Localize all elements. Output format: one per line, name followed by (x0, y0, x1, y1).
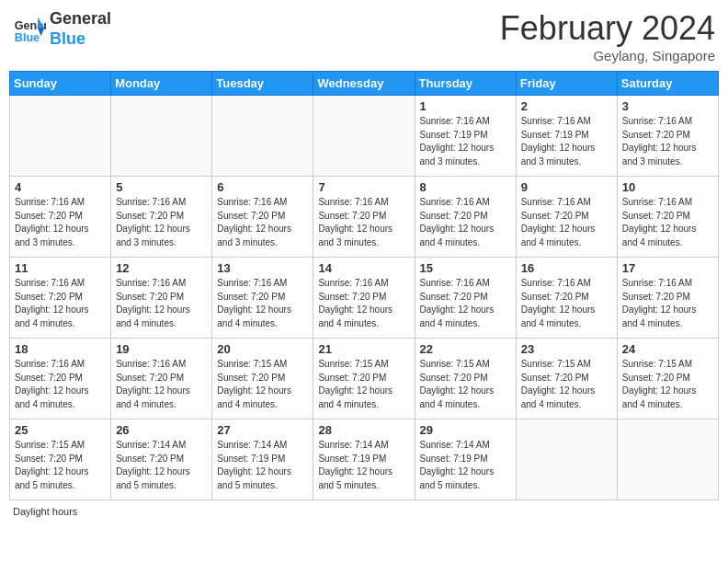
page-header: General Blue General Blue February 2024 … (9, 9, 719, 63)
day-number: 24 (622, 342, 713, 356)
calendar-week-row: 1Sunrise: 7:16 AMSunset: 7:19 PMDaylight… (10, 96, 719, 177)
day-info: Sunrise: 7:16 AMSunset: 7:20 PMDaylight:… (318, 196, 409, 249)
calendar-cell: 11Sunrise: 7:16 AMSunset: 7:20 PMDayligh… (10, 258, 111, 339)
day-number: 5 (116, 180, 207, 194)
day-info: Sunrise: 7:16 AMSunset: 7:20 PMDaylight:… (15, 277, 106, 330)
day-info: Sunrise: 7:16 AMSunset: 7:20 PMDaylight:… (318, 277, 409, 330)
calendar-cell: 26Sunrise: 7:14 AMSunset: 7:20 PMDayligh… (111, 419, 212, 500)
day-number: 26 (116, 423, 207, 437)
calendar-cell: 27Sunrise: 7:14 AMSunset: 7:19 PMDayligh… (212, 419, 313, 500)
calendar-cell: 9Sunrise: 7:16 AMSunset: 7:20 PMDaylight… (516, 177, 617, 258)
calendar-cell: 19Sunrise: 7:16 AMSunset: 7:20 PMDayligh… (111, 339, 212, 419)
day-info: Sunrise: 7:16 AMSunset: 7:20 PMDaylight:… (420, 196, 511, 249)
daylight-label: Daylight hours (13, 506, 77, 517)
day-number: 9 (521, 180, 612, 194)
calendar-cell: 18Sunrise: 7:16 AMSunset: 7:20 PMDayligh… (10, 339, 111, 419)
calendar-cell: 6Sunrise: 7:16 AMSunset: 7:20 PMDaylight… (212, 177, 313, 258)
calendar-week-row: 25Sunrise: 7:15 AMSunset: 7:20 PMDayligh… (10, 419, 719, 500)
calendar-cell: 20Sunrise: 7:15 AMSunset: 7:20 PMDayligh… (212, 339, 313, 419)
day-number: 25 (15, 423, 106, 437)
title-block: February 2024 Geylang, Singapore (500, 9, 715, 63)
day-info: Sunrise: 7:14 AMSunset: 7:19 PMDaylight:… (217, 439, 308, 492)
day-number: 29 (420, 423, 511, 437)
calendar-cell: 17Sunrise: 7:16 AMSunset: 7:20 PMDayligh… (617, 258, 718, 339)
day-info: Sunrise: 7:15 AMSunset: 7:20 PMDaylight:… (318, 358, 409, 411)
calendar-cell: 13Sunrise: 7:16 AMSunset: 7:20 PMDayligh… (212, 258, 313, 339)
day-info: Sunrise: 7:16 AMSunset: 7:20 PMDaylight:… (116, 277, 207, 330)
day-number: 12 (116, 261, 207, 275)
day-info: Sunrise: 7:16 AMSunset: 7:20 PMDaylight:… (420, 277, 511, 330)
calendar-cell: 29Sunrise: 7:14 AMSunset: 7:19 PMDayligh… (415, 419, 516, 500)
calendar-week-row: 11Sunrise: 7:16 AMSunset: 7:20 PMDayligh… (10, 258, 719, 339)
day-info: Sunrise: 7:16 AMSunset: 7:20 PMDaylight:… (217, 196, 308, 249)
header-monday: Monday (111, 72, 212, 96)
day-number: 22 (420, 342, 511, 356)
footer: Daylight hours (9, 506, 719, 517)
day-info: Sunrise: 7:14 AMSunset: 7:19 PMDaylight:… (420, 439, 511, 492)
day-info: Sunrise: 7:16 AMSunset: 7:20 PMDaylight:… (15, 358, 106, 411)
header-thursday: Thursday (415, 72, 516, 96)
day-number: 28 (318, 423, 409, 437)
day-number: 3 (622, 99, 713, 113)
calendar-cell: 22Sunrise: 7:15 AMSunset: 7:20 PMDayligh… (415, 339, 516, 419)
day-info: Sunrise: 7:16 AMSunset: 7:20 PMDaylight:… (116, 358, 207, 411)
calendar-cell (617, 419, 718, 500)
calendar-cell: 12Sunrise: 7:16 AMSunset: 7:20 PMDayligh… (111, 258, 212, 339)
calendar-cell: 4Sunrise: 7:16 AMSunset: 7:20 PMDaylight… (10, 177, 111, 258)
day-info: Sunrise: 7:16 AMSunset: 7:20 PMDaylight:… (521, 277, 612, 330)
header-saturday: Saturday (617, 72, 718, 96)
day-info: Sunrise: 7:14 AMSunset: 7:20 PMDaylight:… (116, 439, 207, 492)
day-number: 20 (217, 342, 308, 356)
day-number: 14 (318, 261, 409, 275)
calendar-cell: 14Sunrise: 7:16 AMSunset: 7:20 PMDayligh… (313, 258, 415, 339)
calendar-cell (10, 96, 111, 177)
calendar-cell: 8Sunrise: 7:16 AMSunset: 7:20 PMDaylight… (415, 177, 516, 258)
calendar-cell: 25Sunrise: 7:15 AMSunset: 7:20 PMDayligh… (10, 419, 111, 500)
day-number: 11 (15, 261, 106, 275)
calendar-cell (313, 96, 415, 177)
logo: General Blue General Blue (13, 9, 111, 49)
day-info: Sunrise: 7:16 AMSunset: 7:20 PMDaylight:… (116, 196, 207, 249)
day-info: Sunrise: 7:14 AMSunset: 7:19 PMDaylight:… (318, 439, 409, 492)
day-number: 6 (217, 180, 308, 194)
calendar-cell: 24Sunrise: 7:15 AMSunset: 7:20 PMDayligh… (617, 339, 718, 419)
day-info: Sunrise: 7:15 AMSunset: 7:20 PMDaylight:… (622, 358, 713, 411)
calendar-cell: 16Sunrise: 7:16 AMSunset: 7:20 PMDayligh… (516, 258, 617, 339)
logo-blue-text: Blue (50, 29, 111, 50)
calendar-cell: 7Sunrise: 7:16 AMSunset: 7:20 PMDaylight… (313, 177, 415, 258)
calendar-cell: 1Sunrise: 7:16 AMSunset: 7:19 PMDaylight… (415, 96, 516, 177)
day-number: 23 (521, 342, 612, 356)
day-info: Sunrise: 7:15 AMSunset: 7:20 PMDaylight:… (420, 358, 511, 411)
location: Geylang, Singapore (500, 48, 715, 63)
header-sunday: Sunday (10, 72, 111, 96)
day-info: Sunrise: 7:15 AMSunset: 7:20 PMDaylight:… (521, 358, 612, 411)
day-info: Sunrise: 7:15 AMSunset: 7:20 PMDaylight:… (217, 358, 308, 411)
calendar-header-row: Sunday Monday Tuesday Wednesday Thursday… (10, 72, 719, 96)
calendar-cell: 10Sunrise: 7:16 AMSunset: 7:20 PMDayligh… (617, 177, 718, 258)
day-info: Sunrise: 7:15 AMSunset: 7:20 PMDaylight:… (15, 439, 106, 492)
day-info: Sunrise: 7:16 AMSunset: 7:19 PMDaylight:… (521, 115, 612, 168)
header-wednesday: Wednesday (313, 72, 415, 96)
day-number: 10 (622, 180, 713, 194)
calendar-cell (516, 419, 617, 500)
day-number: 18 (15, 342, 106, 356)
calendar-cell: 5Sunrise: 7:16 AMSunset: 7:20 PMDaylight… (111, 177, 212, 258)
day-info: Sunrise: 7:16 AMSunset: 7:20 PMDaylight:… (217, 277, 308, 330)
day-number: 13 (217, 261, 308, 275)
day-number: 4 (15, 180, 106, 194)
day-number: 7 (318, 180, 409, 194)
header-friday: Friday (516, 72, 617, 96)
calendar-cell: 2Sunrise: 7:16 AMSunset: 7:19 PMDaylight… (516, 96, 617, 177)
day-number: 15 (420, 261, 511, 275)
calendar-cell: 23Sunrise: 7:15 AMSunset: 7:20 PMDayligh… (516, 339, 617, 419)
day-number: 8 (420, 180, 511, 194)
month-title: February 2024 (500, 9, 715, 48)
calendar-cell: 3Sunrise: 7:16 AMSunset: 7:20 PMDaylight… (617, 96, 718, 177)
day-number: 19 (116, 342, 207, 356)
day-info: Sunrise: 7:16 AMSunset: 7:20 PMDaylight:… (521, 196, 612, 249)
calendar-table: Sunday Monday Tuesday Wednesday Thursday… (9, 71, 719, 500)
calendar-cell (212, 96, 313, 177)
calendar-week-row: 4Sunrise: 7:16 AMSunset: 7:20 PMDaylight… (10, 177, 719, 258)
calendar-cell: 21Sunrise: 7:15 AMSunset: 7:20 PMDayligh… (313, 339, 415, 419)
logo-general-text: General (50, 9, 111, 29)
